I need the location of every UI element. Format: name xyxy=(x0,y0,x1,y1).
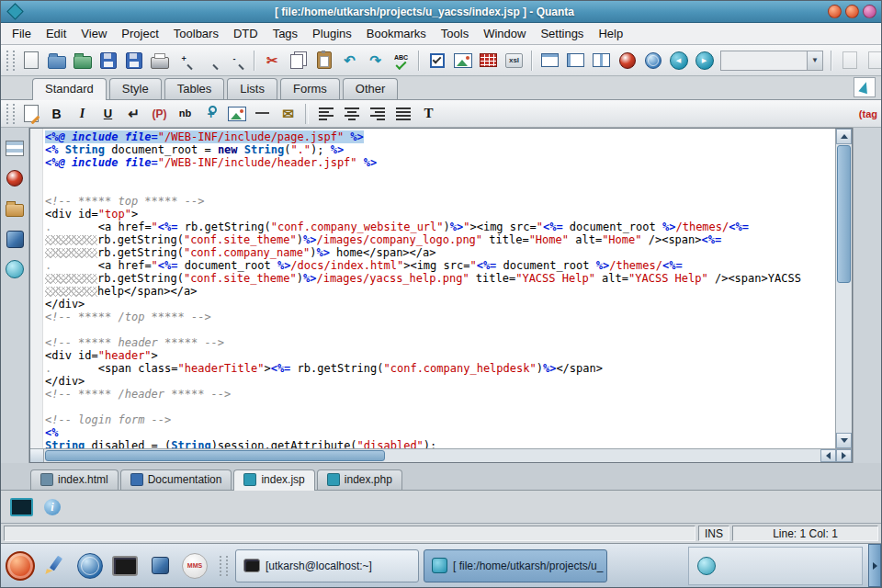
file-tab-index.html[interactable]: index.html xyxy=(30,469,119,490)
menu-bookmarks[interactable]: Bookmarks xyxy=(359,25,434,42)
code-line[interactable]: <div id="top"> xyxy=(45,208,835,220)
cut-icon[interactable]: ✂ xyxy=(260,49,285,73)
file-tab-index.php[interactable]: index.php xyxy=(317,469,402,490)
paste-icon[interactable] xyxy=(311,49,336,73)
tab-standard[interactable]: Standard xyxy=(32,78,107,100)
undo-icon[interactable]: ↶ xyxy=(337,49,362,73)
preview-icon[interactable] xyxy=(537,49,562,73)
email-link-icon[interactable]: ✉ xyxy=(276,102,300,126)
save-all-icon[interactable] xyxy=(121,49,146,73)
code-line[interactable]: help</span></a> xyxy=(45,285,835,298)
hscroll-thumb[interactable] xyxy=(45,450,385,461)
back-icon[interactable]: ◀ xyxy=(666,49,691,73)
image-map-icon[interactable] xyxy=(450,49,475,73)
tab-tables[interactable]: Tables xyxy=(164,78,225,99)
file-tab-documentation[interactable]: Documentation xyxy=(120,469,232,490)
code-line[interactable]: <!-- ***** /header ***** --> xyxy=(45,388,835,401)
doc-structure-icon[interactable] xyxy=(4,258,26,280)
project-tree-icon[interactable] xyxy=(4,167,26,189)
horizontal-rule-icon[interactable] xyxy=(250,102,275,126)
konqueror-globe-icon[interactable] xyxy=(73,548,107,584)
menu-settings[interactable]: Settings xyxy=(533,25,591,42)
vertical-scrollbar[interactable] xyxy=(835,129,852,448)
toolbar-handle[interactable] xyxy=(6,51,15,71)
files-tree-icon[interactable] xyxy=(4,137,26,159)
italic-button[interactable]: I xyxy=(70,102,95,126)
nbsp-button[interactable]: nb xyxy=(173,102,198,126)
insert-image-icon[interactable] xyxy=(224,102,249,126)
editor-pencil-icon[interactable] xyxy=(38,548,73,584)
info-icon[interactable]: i xyxy=(40,494,65,520)
redo-icon[interactable]: ↷ xyxy=(363,49,388,73)
new-file-icon[interactable] xyxy=(18,49,43,73)
paragraph-button[interactable]: (P) xyxy=(147,102,172,126)
menu-file[interactable]: File xyxy=(5,25,39,42)
align-right-icon[interactable] xyxy=(365,102,390,126)
scroll-left-icon[interactable] xyxy=(820,449,836,462)
menu-toolbars[interactable]: Toolbars xyxy=(166,25,226,42)
code-area[interactable]: <%@ include file="/WEB-INF/include/page.… xyxy=(43,129,835,448)
align-justify-icon[interactable] xyxy=(390,102,415,126)
open-recent-icon[interactable] xyxy=(70,49,95,73)
taskbar-handle[interactable] xyxy=(220,556,228,576)
line-break-icon[interactable]: ↵ xyxy=(121,102,146,126)
scroll-up-icon[interactable] xyxy=(836,129,852,144)
zoom-reset-icon[interactable] xyxy=(198,49,223,73)
code-line[interactable]: . <span class="headerTitle"><%= rb.getSt… xyxy=(45,362,835,375)
code-line[interactable]: <!-- login form --> xyxy=(45,413,835,426)
code-line[interactable]: <!-- ***** header ***** --> xyxy=(45,336,835,349)
zoom-in-icon[interactable]: + xyxy=(173,49,198,73)
menu-view[interactable]: View xyxy=(74,25,114,42)
menu-tools[interactable]: Tools xyxy=(434,25,476,42)
address-combo[interactable]: ▼ xyxy=(720,51,823,71)
hscroll-track[interactable] xyxy=(44,449,820,462)
code-line[interactable]: <%@ include file="/WEB-INF/include/heade… xyxy=(45,156,835,169)
menu-dtd[interactable]: DTD xyxy=(226,25,266,42)
menu-help[interactable]: Help xyxy=(591,25,630,42)
tag-wizard-icon[interactable] xyxy=(18,102,43,126)
close-button[interactable] xyxy=(863,5,876,18)
vscroll-track[interactable] xyxy=(836,284,852,433)
panel-hide-arrow-icon[interactable] xyxy=(868,544,881,587)
code-line[interactable]: <div id="header"> xyxy=(45,349,835,362)
save-icon[interactable] xyxy=(96,49,120,73)
task-button[interactable]: [utkarsh@localhost:~] xyxy=(235,549,419,582)
font-button[interactable]: T xyxy=(416,102,441,126)
quanta-kite-icon[interactable] xyxy=(854,77,876,97)
menu-plugins[interactable]: Plugins xyxy=(305,25,359,42)
code-line[interactable] xyxy=(45,169,835,182)
package-icon[interactable] xyxy=(142,548,177,584)
titlebar[interactable]: [ file:/home/utkarsh/projects/u_yacss/in… xyxy=(1,1,881,23)
vscroll-thumb[interactable] xyxy=(837,145,851,283)
code-line[interactable]: <!-- ***** top ***** --> xyxy=(45,195,835,208)
align-left-icon[interactable] xyxy=(313,102,338,126)
open-file-icon[interactable] xyxy=(44,49,69,73)
code-line[interactable]: . <a href="<%= rb.getString("conf.compan… xyxy=(45,220,835,233)
menu-tags[interactable]: Tags xyxy=(266,25,305,42)
view-tree-icon[interactable] xyxy=(563,49,588,73)
maximize-button[interactable] xyxy=(845,5,859,18)
file-tab-index.jsp[interactable]: index.jsp xyxy=(233,469,314,491)
checkbox-tag-icon[interactable] xyxy=(424,49,449,73)
code-line[interactable]: rb.getString("conf.site_theme")%>/images… xyxy=(45,272,835,285)
code-line[interactable]: </div> xyxy=(45,375,835,388)
external-browser-icon[interactable] xyxy=(640,49,665,73)
tray-app-icon[interactable] xyxy=(693,550,720,582)
mms-icon[interactable]: MMS xyxy=(177,548,212,584)
print-icon[interactable] xyxy=(147,49,172,73)
bold-button[interactable]: B xyxy=(44,102,69,126)
xsl-debug-icon[interactable]: xsl xyxy=(502,49,526,73)
konqueror-preview-icon[interactable] xyxy=(615,49,639,73)
code-line[interactable] xyxy=(45,401,835,413)
code-line[interactable]: <!-- ***** /top ***** --> xyxy=(45,311,835,323)
kmenu-gear-icon[interactable] xyxy=(3,548,38,584)
menu-window[interactable]: Window xyxy=(476,25,533,42)
scroll-right-icon[interactable] xyxy=(836,449,852,462)
zoom-out-icon[interactable]: - xyxy=(224,49,249,73)
document-info-icon[interactable] xyxy=(863,49,882,73)
combo-field[interactable] xyxy=(721,51,807,70)
combo-arrow-icon[interactable]: ▼ xyxy=(807,51,822,70)
terminal-icon[interactable] xyxy=(107,548,142,584)
view-split-icon[interactable] xyxy=(589,49,614,73)
anchor-icon[interactable]: + xyxy=(198,102,223,126)
